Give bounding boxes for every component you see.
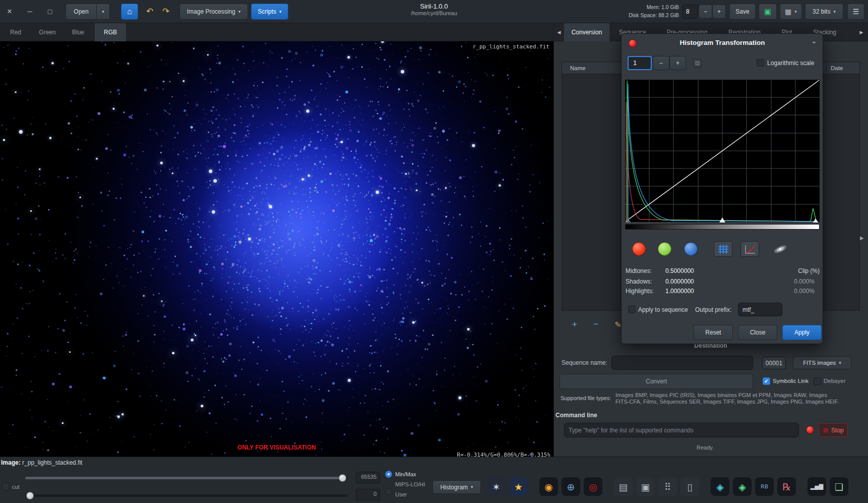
low-threshold-slider[interactable] <box>25 494 348 497</box>
sample-increment-button[interactable]: + <box>669 56 686 70</box>
globe-icon[interactable]: ⊕ <box>562 477 580 496</box>
output-prefix-input[interactable] <box>738 303 782 316</box>
midtones-marker[interactable] <box>719 217 725 222</box>
stop-button[interactable]: ⊘ Stop <box>819 423 848 437</box>
tabs-scroll-right-button[interactable]: ▶ <box>857 23 865 41</box>
shadows-marker[interactable] <box>626 218 631 222</box>
histogram-plot[interactable] <box>625 80 820 222</box>
tone-gradient-slider[interactable] <box>625 224 820 230</box>
command-line-input[interactable] <box>564 423 799 437</box>
midtones-label: Midtones: <box>626 267 652 274</box>
galaxy-auto-stretch-button[interactable] <box>772 242 788 256</box>
remove-files-button[interactable]: − <box>588 318 603 331</box>
prism-green-icon[interactable]: ◈ <box>733 477 752 496</box>
layers-icon[interactable]: ❏ <box>830 477 848 496</box>
threads-value-field[interactable]: 8 <box>682 5 698 19</box>
open-button[interactable]: Open <box>66 4 97 20</box>
export-image-button[interactable]: ▦ ▾ <box>780 4 802 20</box>
grid-toggle-button[interactable] <box>714 241 732 257</box>
files-icon[interactable]: ▣ <box>636 477 655 496</box>
dialog-close-icon[interactable] <box>629 39 637 47</box>
threads-decrement-button[interactable]: − <box>699 5 712 19</box>
tab-red[interactable]: Red <box>1 23 30 41</box>
green-channel-toggle[interactable] <box>658 242 671 256</box>
tab-rgb[interactable]: RGB <box>95 23 126 41</box>
astro-image-canvas[interactable] <box>0 41 553 457</box>
save-as-script-button[interactable]: ▣ <box>759 4 777 20</box>
high-value-field[interactable]: 65535 <box>356 472 380 483</box>
tab-green[interactable]: Green <box>32 23 63 41</box>
minus-icon: − <box>659 60 663 67</box>
plus-icon: + <box>676 60 679 67</box>
rgb-letters-icon[interactable]: RB <box>755 477 774 496</box>
link-toggle-button[interactable]: ⊡ <box>693 59 702 68</box>
tabs-scroll-left-button[interactable]: ◀ <box>555 23 563 41</box>
save-button[interactable]: Save <box>729 4 756 20</box>
curve-icon <box>745 245 756 254</box>
shadows-value[interactable]: 0.0000000 <box>665 278 694 285</box>
dialog-collapse-icon[interactable]: ⌄ <box>811 37 817 45</box>
output-format-dropdown[interactable]: FITS images ▾ <box>793 356 851 369</box>
highlights-marker[interactable] <box>813 218 818 222</box>
low-value-field[interactable]: 0 <box>356 489 380 500</box>
log-scale-label: Logarithmic scale <box>767 60 814 67</box>
star-icon[interactable]: ★ <box>509 477 528 496</box>
close-button[interactable]: Close <box>738 325 777 340</box>
spiral-galaxy-icon[interactable]: ◉ <box>539 477 558 496</box>
display-mode-dropdown[interactable]: Histogram ▾ <box>432 480 481 494</box>
reset-button[interactable]: Reset <box>694 325 733 340</box>
window-minimize-button[interactable]: ─ <box>24 6 35 17</box>
redo-button[interactable]: ↷ <box>160 6 171 17</box>
tablet-icon[interactable]: ▯ <box>680 477 699 496</box>
open-dropdown-button[interactable]: ▾ <box>97 4 110 20</box>
star-map-icon[interactable]: ✶ <box>487 477 506 496</box>
tab-conversion[interactable]: Conversion <box>564 23 609 41</box>
sample-decrement-button[interactable]: − <box>653 56 669 70</box>
hamburger-menu-button[interactable]: ☰ <box>847 4 864 20</box>
histogram-transformation-dialog: Histogram Transformation ⌄ 1 − + ⊡ Logar… <box>621 33 823 344</box>
blue-channel-toggle[interactable] <box>684 242 698 256</box>
keyboard-icon[interactable]: ▤ <box>614 477 633 496</box>
bit-depth-dropdown[interactable]: 32 bits ▾ <box>805 4 843 20</box>
log-scale-checkbox[interactable] <box>757 59 764 67</box>
midtones-value[interactable]: 0.5000000 <box>665 267 694 274</box>
highlights-value[interactable]: 1.0000000 <box>665 288 694 295</box>
command-line-section-label: Command line <box>555 412 597 419</box>
histogram-app-icon[interactable]: ▂▅▇ <box>808 477 826 496</box>
image-processing-menu-button[interactable]: Image Processing ▾ <box>179 4 248 20</box>
convert-button[interactable]: Convert <box>560 374 753 389</box>
window-maximize-button[interactable]: ▢ <box>44 6 55 17</box>
prism-cyan-icon[interactable]: ◈ <box>711 477 729 496</box>
high-slider-handle[interactable] <box>339 474 346 482</box>
radio-minmax[interactable] <box>385 471 392 478</box>
target-icon[interactable]: ◎ <box>584 477 602 496</box>
window-close-button[interactable]: ✕ <box>4 6 15 17</box>
sequence-name-input[interactable] <box>611 356 753 370</box>
sequence-counter-field[interactable]: 00001 <box>762 357 786 369</box>
chevron-down-icon: ▾ <box>279 10 282 14</box>
redo-icon: ↷ <box>162 6 169 17</box>
undo-button[interactable]: ↶ <box>144 6 155 17</box>
sample-spin-field[interactable]: 1 <box>628 56 652 70</box>
home-button[interactable]: ⌂ <box>121 4 138 20</box>
radio-minmax-label: Min/Max <box>395 471 416 477</box>
clip-label: Clip (%) <box>785 267 820 274</box>
apply-to-sequence-checkbox[interactable] <box>628 306 636 313</box>
low-slider-handle[interactable] <box>26 492 34 499</box>
cut-checkbox[interactable] <box>2 483 10 490</box>
curve-display-toggle-button[interactable] <box>740 241 759 257</box>
debayer-checkbox[interactable] <box>814 377 821 385</box>
column-header-date[interactable]: Date <box>826 62 859 74</box>
panel-expand-arrow[interactable]: ▶ <box>860 235 864 241</box>
tab-blue[interactable]: Blue <box>64 23 93 41</box>
brush-icon: ✎ <box>614 320 621 329</box>
scripts-menu-button[interactable]: Scripts ▾ <box>251 4 288 20</box>
symbolic-link-checkbox[interactable]: ✔ <box>763 377 770 385</box>
threads-increment-button[interactable]: + <box>712 5 726 19</box>
radio-mips[interactable] <box>385 488 392 495</box>
red-channel-toggle[interactable] <box>632 242 646 256</box>
astrometry-icon[interactable]: ℞ <box>777 477 796 496</box>
add-files-button[interactable]: + <box>567 318 582 331</box>
apply-button[interactable]: Apply <box>782 325 822 340</box>
app-grid-icon[interactable]: ⠿ <box>658 477 677 496</box>
